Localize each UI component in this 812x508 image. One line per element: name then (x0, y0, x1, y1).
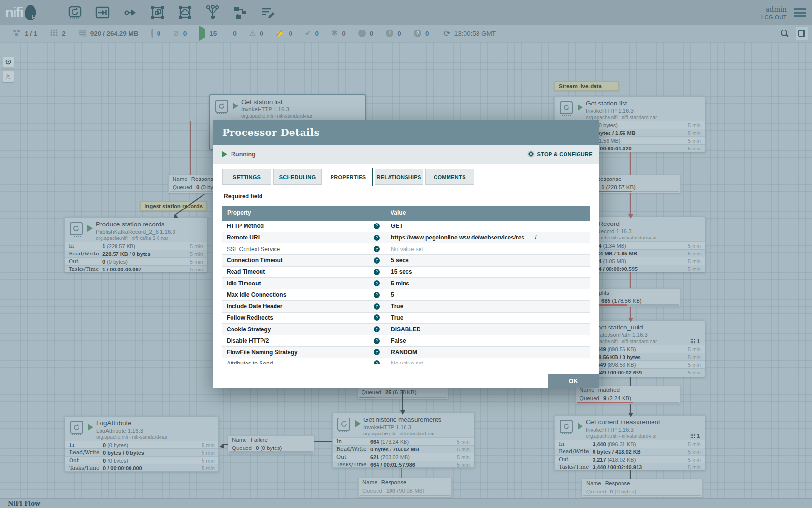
row-spacer (549, 289, 590, 300)
property-value[interactable]: 5 (391, 291, 394, 298)
tab-settings[interactable]: SETTINGS (222, 169, 271, 185)
not-transmitting-icon: ⊘ (173, 29, 179, 38)
row-spacer (549, 313, 590, 324)
search-icon[interactable] (780, 29, 789, 38)
processor-type-icon (215, 100, 228, 113)
tab-properties[interactable]: PROPERTIES (324, 168, 373, 186)
property-name: HTTP Method (227, 223, 264, 229)
connection-line[interactable] (630, 470, 631, 479)
connection-line[interactable] (402, 390, 403, 411)
processor-type-icon (70, 421, 83, 434)
property-value[interactable]: False (391, 337, 406, 344)
property-name: Follow Redirects (227, 314, 273, 321)
processor-name: Get historic measurements (363, 416, 441, 423)
arrowhead-icon (628, 318, 633, 322)
connection-line[interactable] (630, 307, 631, 319)
help-icon[interactable]: ? (374, 360, 380, 364)
process-group-tool-icon[interactable] (149, 4, 166, 21)
ok-button[interactable]: OK (548, 374, 599, 388)
connection-line[interactable] (630, 152, 631, 175)
tab-comments[interactable]: COMMENTS (425, 169, 474, 185)
connection-label-failure[interactable]: NameFailureQueued0 (0 bytes) (228, 435, 314, 454)
connection-line[interactable] (630, 272, 631, 288)
connection-line[interactable] (630, 193, 631, 215)
property-value[interactable]: No value set (391, 360, 423, 364)
property-value[interactable]: True (391, 303, 403, 310)
cluster-icon (13, 29, 21, 39)
input-port-tool-icon[interactable] (94, 4, 111, 21)
status-count: 15 (209, 30, 217, 37)
processor-tool-icon[interactable] (67, 4, 83, 21)
connection-line[interactable] (190, 121, 191, 175)
global-menu-icon[interactable] (794, 8, 806, 17)
stat-row-tt: Tasks/Time1 / 00:00:00.0675 min (65, 265, 207, 273)
help-icon[interactable]: ? (374, 292, 380, 298)
template-tool-icon[interactable] (232, 4, 248, 21)
help-icon[interactable]: ? (374, 326, 380, 332)
label-tool-icon[interactable] (260, 4, 276, 21)
stop-and-configure-button[interactable]: STOP & CONFIGURE (527, 150, 593, 158)
status-count: 1 / 1 (25, 30, 37, 37)
panel-toggle-button[interactable] (796, 27, 808, 40)
processor-get-current-measurement[interactable]: Get current measurementInvokeHTTP 1.16.3… (554, 415, 705, 470)
status-count: 0 (260, 30, 263, 37)
connection-line[interactable] (630, 377, 631, 386)
connection-line[interactable] (401, 468, 402, 478)
running-state-icon (88, 424, 93, 431)
help-icon[interactable]: ? (374, 223, 380, 229)
help-icon[interactable]: ? (374, 257, 380, 264)
disabled-icon: ⚡ (276, 29, 285, 38)
processor-type-icon (560, 101, 573, 114)
help-icon[interactable]: ? (374, 349, 380, 355)
connection-line[interactable] (630, 404, 631, 414)
property-value[interactable]: GET (391, 223, 403, 229)
help-icon[interactable]: ? (374, 235, 380, 241)
property-row: Idle Timeout?5 mins (222, 278, 590, 289)
processor-name: Get current measurement (586, 418, 660, 426)
output-port-tool-icon[interactable] (122, 4, 138, 21)
property-value[interactable]: RANDOM (391, 349, 417, 356)
funnel-tool-icon[interactable] (204, 4, 221, 21)
property-value[interactable]: No value set (391, 246, 423, 253)
refresh-icon[interactable]: ⟳ (443, 30, 450, 38)
navigate-palette-button[interactable] (2, 56, 14, 68)
processor-produce-station-records[interactable]: Produce station recordsPublishKafkaRecor… (64, 217, 207, 272)
help-icon[interactable]: ? (374, 246, 380, 252)
processor-get-historic-measurements[interactable]: Get historic measurementsInvokeHTTP 1.16… (332, 413, 474, 468)
property-value[interactable]: DISABLED (391, 326, 420, 333)
tab-scheduling[interactable]: SCHEDULING (273, 169, 322, 185)
connection-line[interactable] (314, 441, 332, 442)
canvas-label-ingest-station-records[interactable]: Ingest station records (140, 201, 207, 211)
processor-type: InvokeHTTP 1.16.3 (586, 108, 634, 114)
status-locally-modified-stale: !0 (386, 30, 401, 37)
property-value[interactable]: 5 mins (391, 280, 409, 287)
help-icon[interactable]: ? (374, 269, 380, 275)
property-row: Include Date Header?True (222, 301, 590, 313)
status-stale: ↑0 (358, 30, 374, 37)
remote-process-group-tool-icon[interactable] (177, 4, 193, 21)
stat-row-in: In3,440 (896.31 KB)5 min (555, 440, 705, 448)
connection-label-response-bottom-center[interactable]: NameResponseQueued100 (90.08 MB) (358, 478, 452, 497)
operate-palette-button[interactable]: ☞ (2, 71, 14, 82)
property-value[interactable]: 5 secs (391, 257, 409, 264)
stat-row-out: Out3,217 (418.02 KB)5 min (555, 455, 705, 463)
canvas-label-stream-live-data[interactable]: Stream live-data (554, 81, 619, 91)
breadcrumb[interactable]: NiFi Flow (8, 500, 40, 507)
info-icon[interactable]: i (534, 234, 536, 241)
arrowhead-icon (400, 410, 405, 415)
property-name: Cookie Strategy (227, 326, 271, 333)
row-spacer (549, 347, 590, 358)
current-user: admin (761, 5, 787, 13)
processor-log-attribute[interactable]: LogAttributeLogAttribute 1.16.3org.apach… (65, 416, 219, 472)
help-icon[interactable]: ? (374, 280, 380, 286)
help-icon[interactable]: ? (374, 303, 380, 310)
property-value[interactable]: 15 secs (391, 269, 412, 275)
help-icon[interactable]: ? (374, 338, 380, 344)
tab-relationships[interactable]: RELATIONSHIPS (375, 169, 423, 185)
help-icon[interactable]: ? (374, 314, 380, 321)
account-area: admin LOG OUT (761, 5, 806, 20)
property-value[interactable]: True (391, 314, 403, 321)
logout-link[interactable]: LOG OUT (761, 15, 787, 20)
property-value[interactable]: https://www.pegelonline.wsv.de/webservic… (391, 234, 531, 241)
connection-label-response-bottom-right[interactable]: NameResponseQueued0 (0 bytes) (582, 479, 703, 497)
